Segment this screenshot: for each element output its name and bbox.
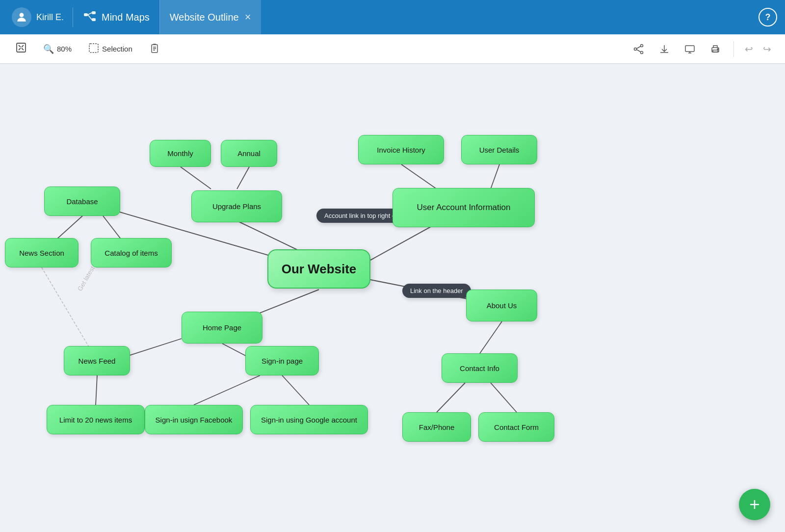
mind-maps-label: Mind Maps: [102, 12, 150, 23]
svg-rect-17: [685, 46, 694, 52]
user-account-node[interactable]: User Account Information: [392, 188, 535, 227]
zoom-label: 80%: [57, 45, 72, 53]
connection-lines: [0, 64, 785, 532]
svg-line-42: [491, 383, 517, 412]
canvas: Get latest 20 items Account link in top …: [0, 64, 785, 532]
svg-rect-2: [92, 11, 96, 14]
toolbar-right: ↩ ↪: [628, 41, 775, 57]
help-button[interactable]: ?: [759, 8, 777, 27]
mind-maps-tab[interactable]: Mind Maps: [73, 0, 160, 34]
selection-icon: [88, 43, 99, 55]
signin-page-node[interactable]: Sign-in page: [245, 346, 319, 375]
user-details-node[interactable]: User Details: [461, 135, 537, 164]
svg-line-37: [401, 164, 437, 189]
doc-title-label: Website Outline: [170, 12, 239, 23]
clipboard-button[interactable]: [143, 40, 166, 58]
add-node-button[interactable]: [739, 489, 770, 520]
catalog-node[interactable]: Catalog of items: [91, 238, 172, 267]
svg-line-16: [637, 50, 641, 52]
selection-label: Selection: [102, 45, 132, 53]
svg-rect-1: [84, 13, 88, 16]
user-profile[interactable]: Kirill E.: [8, 7, 73, 27]
svg-line-5: [88, 15, 92, 20]
zoom-button[interactable]: 🔍 80%: [37, 41, 78, 57]
svg-rect-3: [92, 18, 96, 21]
about-us-node[interactable]: About Us: [466, 290, 537, 321]
fit-icon: [16, 42, 26, 55]
username-label: Kirill E.: [36, 12, 64, 23]
mind-map-icon: [83, 9, 97, 26]
present-button[interactable]: [679, 41, 701, 57]
svg-rect-6: [17, 43, 26, 52]
contact-info-node[interactable]: Contact Info: [442, 353, 518, 383]
annual-node[interactable]: Annual: [221, 140, 277, 167]
zoom-icon: 🔍: [43, 44, 54, 54]
svg-line-34: [194, 375, 260, 405]
svg-point-12: [641, 44, 643, 47]
download-button[interactable]: [653, 41, 676, 57]
svg-point-22: [717, 49, 718, 50]
svg-line-4: [88, 13, 92, 15]
svg-line-30: [237, 167, 249, 189]
svg-line-27: [96, 375, 97, 405]
svg-rect-7: [89, 44, 98, 53]
news-section-node[interactable]: News Section: [5, 238, 78, 267]
signin-fb-node[interactable]: Sign-in usign Facebook: [145, 405, 243, 434]
svg-point-14: [641, 51, 643, 53]
clipboard-icon: [149, 43, 160, 55]
undo-redo-group: ↩ ↪: [741, 41, 775, 57]
limit-news-node[interactable]: Limit to 20 news items: [47, 405, 145, 434]
svg-line-29: [181, 167, 211, 189]
doc-tab[interactable]: Website Outline ×: [160, 0, 261, 34]
link-header-annotation: Link on the header: [402, 284, 471, 298]
undo-button[interactable]: ↩: [741, 41, 757, 57]
toolbar: 🔍 80% Selection: [0, 34, 785, 64]
svg-line-41: [437, 383, 465, 412]
fit-button[interactable]: [10, 39, 32, 58]
share-button[interactable]: [628, 41, 650, 57]
redo-button[interactable]: ↪: [759, 41, 775, 57]
center-node[interactable]: Our Website: [267, 249, 370, 289]
svg-line-15: [637, 46, 641, 49]
news-feed-node[interactable]: News Feed: [64, 346, 130, 375]
header: Kirill E. Mind Maps Website Outline × ?: [0, 0, 785, 34]
upgrade-plans-node[interactable]: Upgrade Plans: [191, 190, 282, 222]
monthly-node[interactable]: Monthly: [150, 140, 211, 167]
database-node[interactable]: Database: [44, 186, 120, 216]
svg-line-38: [491, 164, 499, 189]
avatar: [12, 7, 31, 27]
home-page-node[interactable]: Home Page: [182, 312, 262, 344]
invoice-history-node[interactable]: Invoice History: [358, 135, 444, 164]
close-doc-button[interactable]: ×: [245, 11, 251, 24]
fax-phone-node[interactable]: Fax/Phone: [402, 412, 471, 442]
contact-form-node[interactable]: Contact Form: [478, 412, 554, 442]
signin-google-node[interactable]: Sign-in using Google account: [250, 405, 368, 434]
svg-point-0: [20, 13, 24, 17]
svg-rect-21: [713, 50, 718, 52]
svg-point-13: [634, 48, 637, 50]
selection-button[interactable]: Selection: [82, 40, 138, 58]
svg-line-35: [282, 375, 309, 405]
svg-line-40: [480, 321, 502, 353]
print-button[interactable]: [704, 41, 727, 57]
